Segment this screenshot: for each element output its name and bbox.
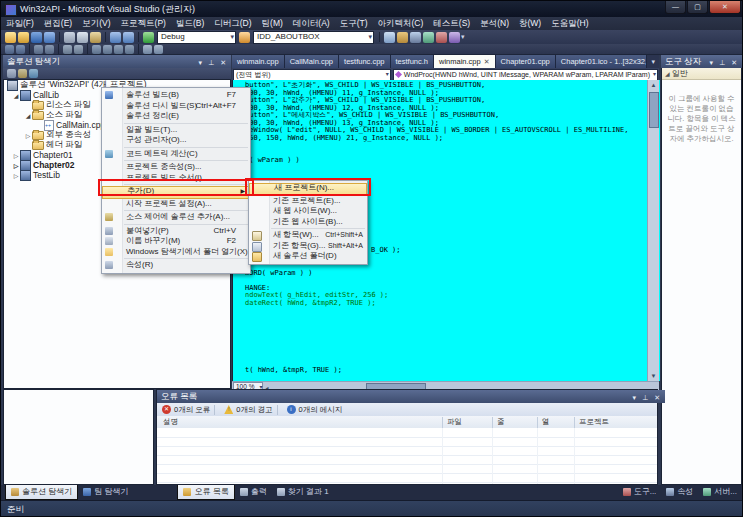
panel-menu-icon[interactable]: ▾	[633, 394, 639, 401]
clear-bookmarks-icon[interactable]	[125, 45, 134, 54]
save-icon[interactable]	[31, 32, 42, 43]
submenu-item-existing-project[interactable]: 기존 프로젝트(E)...	[249, 196, 367, 207]
menu-item-set-startup-projects[interactable]: 시작 프로젝트 설정(A)...	[102, 199, 250, 210]
submenu-item-existing-web-site[interactable]: 기존 웹 사이트(B)...	[249, 217, 367, 228]
tab-properties[interactable]: 속성	[661, 485, 698, 499]
menu-item-clean-solution[interactable]: 솔루션 정리(E)	[102, 111, 250, 122]
properties-icon[interactable]	[7, 69, 16, 78]
solution-explorer-header[interactable]: 솔루션 탐색기 ▾ ⊥ ✕	[3, 55, 231, 68]
tab-chapter01-ico[interactable]: Chapter01.ico - 1..[32x32, 4비트, BMP]	[556, 55, 648, 68]
navigate-back-icon[interactable]	[5, 45, 14, 54]
error-list-header[interactable]: 오류 목록 ▾ ⊥ ✕	[157, 390, 665, 403]
tab-output[interactable]: 출력	[235, 485, 272, 499]
toolbox-icon[interactable]	[436, 32, 447, 43]
menu-project[interactable]: 프로젝트(P)	[116, 17, 171, 30]
uncomment-icon[interactable]	[74, 45, 83, 54]
submenu-item-new-solution-folder[interactable]: 새 솔루션 폴더(D)	[249, 251, 367, 262]
menu-window[interactable]: 창(W)	[514, 17, 546, 30]
submenu-item-new-item[interactable]: 새 항목(W)...Ctrl+Shift+A	[249, 230, 367, 241]
menu-architecture[interactable]: 아키텍처(C)	[373, 17, 429, 30]
menu-item-rename[interactable]: 이름 바꾸기(M)F2	[102, 236, 250, 247]
new-project-icon[interactable]	[5, 32, 16, 43]
menu-item-batch-build[interactable]: 일괄 빌드(T)...	[102, 125, 250, 136]
navigate-forward-icon[interactable]	[16, 45, 25, 54]
parameter-info-icon[interactable]	[154, 45, 163, 54]
menu-item-configuration-manager[interactable]: 구성 관리자(O)...	[102, 135, 250, 146]
refresh-icon[interactable]	[29, 69, 38, 78]
expander-icon[interactable]: ▷	[12, 152, 20, 159]
pin-icon[interactable]: ⊥	[208, 59, 216, 66]
panel-menu-icon[interactable]: ▾	[199, 59, 205, 66]
menu-file[interactable]: 파일(F)	[1, 17, 39, 30]
extension-manager-icon[interactable]	[449, 32, 460, 43]
tab-winmain-active[interactable]: winmain.cpp✕	[434, 55, 496, 68]
menu-item-properties[interactable]: 속성(R)	[102, 260, 250, 271]
menu-edit[interactable]: 편집(E)	[39, 17, 77, 30]
expander-icon[interactable]: ◢	[24, 112, 32, 119]
menu-item-add-to-source-control[interactable]: 소스 제어에 솔루션 추가(A)...	[102, 212, 250, 223]
cut-icon[interactable]	[64, 32, 75, 43]
submenu-item-new-web-site[interactable]: 새 웹 사이트(W)...	[249, 206, 367, 217]
resource-combo[interactable]: IDD_ABOUTBOX	[253, 31, 374, 44]
warnings-count[interactable]: 0개의 경고	[236, 405, 272, 415]
menu-view[interactable]: 보기(V)	[77, 17, 115, 30]
toolbox-section-general[interactable]: ◢일반	[662, 68, 741, 80]
tab-testfunc-h[interactable]: testfunc.h	[391, 55, 435, 68]
tab-error-list[interactable]: 오류 목록	[177, 485, 234, 500]
debug-configuration-combo[interactable]: Debug	[157, 31, 236, 44]
close-panel-icon[interactable]: ✕	[220, 59, 228, 66]
close-button[interactable]: ✕	[709, 1, 741, 14]
menu-item-rebuild-solution[interactable]: 솔루션 다시 빌드(S)Ctrl+Alt+F7	[102, 101, 250, 112]
prev-bookmark-icon[interactable]	[114, 45, 123, 54]
menu-item-build-solution[interactable]: 솔루션 빌드(B)F7	[102, 90, 250, 101]
column-column[interactable]: 열	[542, 417, 550, 427]
bookmark-icon[interactable]	[92, 45, 101, 54]
tab-winmain-1[interactable]: winmain.cpp	[232, 55, 285, 68]
save-all-icon[interactable]	[44, 32, 55, 43]
expander-icon[interactable]: ◢	[12, 92, 20, 99]
properties-window-icon[interactable]	[410, 32, 421, 43]
tab-toolbox[interactable]: 도구...	[618, 485, 662, 499]
show-all-files-icon[interactable]	[18, 69, 27, 78]
vertical-scroll-thumb[interactable]	[649, 92, 659, 128]
menu-item-open-folder-in-explorer[interactable]: Windows 탐색기에서 폴더 열기(X)	[102, 247, 250, 258]
close-panel-icon[interactable]: ✕	[731, 59, 739, 66]
tab-team-explorer[interactable]: 팀 탐색기	[78, 485, 133, 499]
minimize-button[interactable]: —	[665, 1, 686, 14]
menu-help[interactable]: 도움말(H)	[546, 17, 593, 30]
object-browser-icon[interactable]	[423, 32, 434, 43]
decrease-indent-icon[interactable]	[34, 45, 43, 54]
pin-icon[interactable]: ⊥	[642, 394, 650, 401]
tab-find-results[interactable]: 찾기 결과 1	[272, 485, 334, 499]
messages-count[interactable]: 0개의 메시지	[299, 405, 343, 415]
expander-icon[interactable]: ▷	[24, 132, 32, 139]
column-description[interactable]: 설명	[163, 417, 178, 427]
display-quick-info-icon[interactable]	[143, 45, 152, 54]
undo-icon[interactable]	[110, 32, 121, 43]
next-bookmark-icon[interactable]	[103, 45, 112, 54]
maximize-button[interactable]: ▢	[687, 1, 708, 14]
copy-icon[interactable]	[77, 32, 88, 43]
close-tab-icon[interactable]: ✕	[484, 58, 490, 65]
resource-view-icon[interactable]	[239, 32, 250, 43]
submenu-item-existing-item[interactable]: 기존 항목(G)...Shift+Alt+A	[249, 241, 367, 252]
menu-analyze[interactable]: 분석(N)	[475, 17, 514, 30]
menu-tools[interactable]: 도구(T)	[335, 17, 373, 30]
menu-test[interactable]: 테스트(S)	[428, 17, 475, 30]
column-file[interactable]: 파일	[447, 417, 462, 427]
tab-overflow-icon[interactable]: ▾	[647, 55, 659, 68]
close-panel-icon[interactable]: ✕	[654, 394, 662, 401]
solution-explorer-icon[interactable]	[397, 32, 408, 43]
expander-icon[interactable]: ▷	[12, 172, 20, 179]
paste-icon[interactable]	[90, 32, 101, 43]
panel-menu-icon[interactable]: ▾	[710, 59, 716, 66]
comment-icon[interactable]	[63, 45, 72, 54]
start-debugging-icon[interactable]	[143, 32, 154, 43]
toolbox-header[interactable]: 도구 상자 ▾ ⊥ ✕	[661, 55, 742, 68]
tab-callmain[interactable]: CallMain.cpp	[285, 55, 339, 68]
tab-solution-explorer[interactable]: 솔루션 탐색기	[5, 485, 78, 500]
menu-data[interactable]: 데이터(A)	[288, 17, 335, 30]
menu-item-code-metrics[interactable]: 코드 메트릭 계산(C)	[102, 149, 250, 160]
tab-server-explorer[interactable]: 서버...	[698, 485, 742, 499]
redo-icon[interactable]	[123, 32, 134, 43]
